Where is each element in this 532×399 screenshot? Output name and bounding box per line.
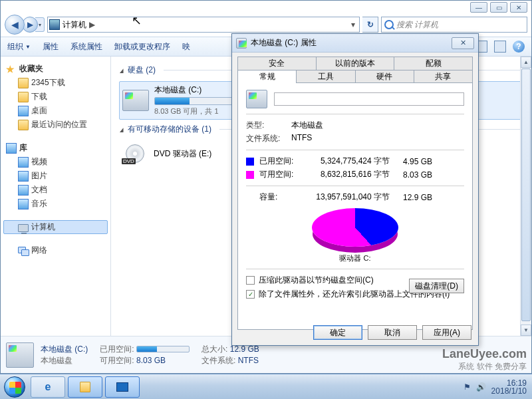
- tab-tools[interactable]: 工具: [297, 70, 355, 83]
- sidebar-item-music[interactable]: 音乐: [3, 197, 108, 211]
- maximize-button[interactable]: ▭: [490, 2, 507, 13]
- det-type: 本地磁盘: [41, 356, 72, 365]
- preview-pane-icon[interactable]: [494, 41, 506, 53]
- libraries-header[interactable]: 库: [3, 141, 108, 155]
- back-button[interactable]: ◀: [5, 15, 25, 35]
- sidebar-item-documents[interactable]: 文档: [3, 183, 108, 197]
- usage-bar-small: [136, 346, 190, 352]
- free-color-swatch: [246, 171, 254, 179]
- start-button[interactable]: [0, 374, 29, 400]
- disk-cleanup-button[interactable]: 磁盘清理(D): [409, 279, 464, 293]
- tab-quota[interactable]: 配额: [394, 57, 473, 70]
- window-controls: — ▭ ✕: [470, 2, 527, 13]
- ie-icon: e: [45, 381, 51, 393]
- sidebar-item-videos[interactable]: 视频: [3, 155, 108, 169]
- sidebar-item-desktop[interactable]: 桌面: [3, 104, 108, 118]
- taskbar-app[interactable]: [105, 376, 140, 398]
- refresh-button[interactable]: ↻: [362, 17, 378, 33]
- dialog-buttons: 确定 取消 应用(A): [313, 325, 471, 340]
- close-button[interactable]: ✕: [510, 2, 527, 13]
- sidebar-item-recent[interactable]: 最近访问的位置: [3, 118, 108, 132]
- tab-general[interactable]: 常规: [237, 70, 297, 83]
- taskbar-explorer[interactable]: [68, 376, 102, 398]
- tab-container: 安全 以前的版本 配额 常规 工具 硬件 共享 类型:本地磁盘 文件系统:NTF…: [232, 53, 478, 330]
- sidebar-item-downloads[interactable]: 下载: [3, 90, 108, 104]
- favorites-header[interactable]: ★收藏夹: [3, 62, 108, 76]
- tray-flag-icon[interactable]: ⚑: [464, 382, 471, 392]
- tab-sharing[interactable]: 共享: [414, 70, 473, 83]
- taskbar-ie[interactable]: e: [31, 376, 65, 398]
- scroll-thumb[interactable]: [521, 68, 531, 321]
- det-name: 本地磁盘 (C:): [41, 344, 88, 354]
- search-placeholder: 搜索 计算机: [396, 19, 438, 31]
- app-icon: [116, 382, 128, 392]
- drive-icon: [236, 38, 247, 49]
- start-orb-icon: [4, 376, 25, 398]
- tab-previous-versions[interactable]: 以前的版本: [317, 57, 395, 70]
- address-dropdown-icon[interactable]: ▾: [348, 20, 358, 29]
- disk-usage-pie: 驱动器 C:: [246, 208, 464, 263]
- drive-icon: [122, 90, 149, 111]
- taskbar: e ⚑ 🔊 16:19 2018/1/10: [0, 374, 532, 399]
- vertical-scrollbar[interactable]: ▲ ▼: [520, 57, 531, 336]
- sidebar: ★收藏夹 2345下载 下载 桌面 最近访问的位置 库 视频 图片 文档 音乐 …: [1, 57, 111, 336]
- checkbox-unchecked-icon[interactable]: [246, 276, 255, 285]
- breadcrumb-sep-icon: ▶: [89, 20, 95, 29]
- capacity-row: 容量: 13,957,591,040 字节 12.9 GB: [246, 192, 464, 203]
- used-space-row: 已用空间: 5,324,775,424 字节 4.95 GB: [246, 156, 464, 167]
- map-drive-button[interactable]: 映: [182, 41, 190, 53]
- properties-dialog: 本地磁盘 (C:) 属性 ✕ 安全 以前的版本 配额 常规 工具 硬件 共享 类…: [231, 33, 479, 346]
- tab-body-general: 类型:本地磁盘 文件系统:NTFS 已用空间: 5,324,775,424 字节…: [237, 82, 473, 330]
- drive-icon: [6, 342, 34, 368]
- system-properties-button[interactable]: 系统属性: [70, 41, 102, 53]
- ok-button[interactable]: 确定: [313, 325, 362, 340]
- checkbox-checked-icon[interactable]: ✓: [246, 290, 255, 299]
- tab-hardware[interactable]: 硬件: [356, 70, 414, 83]
- apply-button[interactable]: 应用(A): [422, 325, 471, 340]
- volume-label-input[interactable]: [274, 92, 464, 106]
- search-input[interactable]: 搜索 计算机: [381, 17, 527, 33]
- sidebar-item-computer[interactable]: 计算机: [3, 220, 108, 234]
- dvd-name: DVD 驱动器 (E:): [154, 148, 211, 160]
- dialog-titlebar[interactable]: 本地磁盘 (C:) 属性 ✕: [232, 34, 478, 53]
- scroll-up-icon[interactable]: ▲: [521, 57, 531, 68]
- minimize-button[interactable]: —: [470, 2, 487, 13]
- sidebar-item-2345[interactable]: 2345下载: [3, 76, 108, 90]
- used-color-swatch: [246, 158, 254, 166]
- dvd-icon: DVD: [122, 143, 148, 164]
- nav-bar: ◀ ▶ ▾ 计算机 ▶ ▾ ↻ 搜索 计算机: [1, 14, 531, 35]
- tray-volume-icon[interactable]: 🔊: [476, 382, 486, 392]
- properties-button[interactable]: 属性: [43, 41, 59, 53]
- cancel-button[interactable]: 取消: [368, 325, 417, 340]
- tab-security[interactable]: 安全: [237, 57, 317, 70]
- search-icon: [384, 20, 394, 29]
- dialog-close-button[interactable]: ✕: [452, 37, 474, 49]
- computer-icon: [18, 224, 29, 232]
- sidebar-item-pictures[interactable]: 图片: [3, 169, 108, 183]
- scroll-down-icon[interactable]: ▼: [521, 325, 531, 336]
- address-bar[interactable]: 计算机 ▶ ▾: [47, 17, 360, 33]
- uninstall-button[interactable]: 卸载或更改程序: [114, 41, 170, 53]
- free-space-row: 可用空间: 8,632,815,616 字节 8.03 GB: [246, 169, 464, 180]
- system-tray: ⚑ 🔊 16:19 2018/1/10: [458, 379, 532, 395]
- address-text: 计算机: [63, 19, 86, 31]
- folder-icon: [80, 382, 90, 392]
- help-icon[interactable]: ?: [513, 41, 525, 53]
- computer-icon: [49, 19, 60, 30]
- nav-arrows: ◀ ▶ ▾: [5, 15, 45, 35]
- drive-icon: [246, 90, 267, 108]
- organize-menu[interactable]: 组织▼: [7, 41, 31, 53]
- network-icon: [18, 247, 29, 255]
- sidebar-item-network[interactable]: 网络: [3, 243, 108, 257]
- dialog-title: 本地磁盘 (C:) 属性: [251, 37, 317, 49]
- clock[interactable]: 16:19 2018/1/10: [491, 379, 527, 395]
